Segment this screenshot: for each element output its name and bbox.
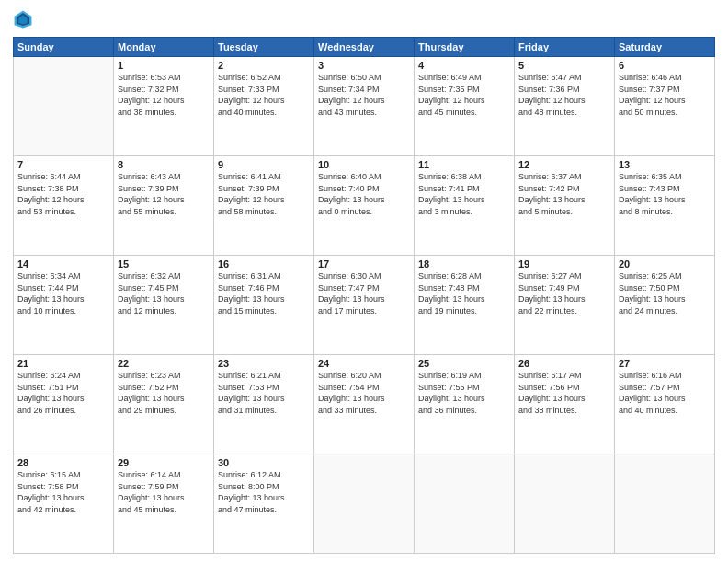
day-info: Sunrise: 6:50 AM Sunset: 7:34 PM Dayligh… (318, 72, 410, 118)
header (13, 9, 715, 29)
day-number: 16 (218, 259, 310, 270)
calendar-cell (415, 454, 515, 554)
logo (13, 9, 37, 29)
calendar-week-row: 7Sunrise: 6:44 AM Sunset: 7:38 PM Daylig… (14, 156, 715, 256)
day-number: 22 (118, 358, 210, 369)
day-number: 11 (418, 159, 510, 170)
day-info: Sunrise: 6:30 AM Sunset: 7:47 PM Dayligh… (318, 270, 410, 316)
day-info: Sunrise: 6:19 AM Sunset: 7:55 PM Dayligh… (418, 370, 510, 416)
day-info: Sunrise: 6:20 AM Sunset: 7:54 PM Dayligh… (318, 370, 410, 416)
calendar-cell: 8Sunrise: 6:43 AM Sunset: 7:39 PM Daylig… (114, 156, 214, 256)
day-info: Sunrise: 6:14 AM Sunset: 7:59 PM Dayligh… (118, 469, 210, 515)
calendar-cell (314, 454, 415, 554)
day-info: Sunrise: 6:43 AM Sunset: 7:39 PM Dayligh… (118, 171, 210, 217)
calendar-cell: 20Sunrise: 6:25 AM Sunset: 7:50 PM Dayli… (615, 256, 715, 355)
calendar-cell: 19Sunrise: 6:27 AM Sunset: 7:49 PM Dayli… (515, 256, 615, 355)
weekday-header: Friday (515, 38, 615, 57)
day-info: Sunrise: 6:25 AM Sunset: 7:50 PM Dayligh… (619, 270, 711, 316)
weekday-header: Monday (114, 38, 214, 57)
day-info: Sunrise: 6:49 AM Sunset: 7:35 PM Dayligh… (418, 72, 510, 118)
calendar-cell: 30Sunrise: 6:12 AM Sunset: 8:00 PM Dayli… (214, 454, 314, 554)
day-number: 29 (118, 457, 210, 468)
calendar-cell: 6Sunrise: 6:46 AM Sunset: 7:37 PM Daylig… (615, 57, 715, 156)
day-info: Sunrise: 6:40 AM Sunset: 7:40 PM Dayligh… (318, 171, 410, 217)
calendar-cell: 3Sunrise: 6:50 AM Sunset: 7:34 PM Daylig… (314, 57, 415, 156)
day-number: 9 (218, 159, 310, 170)
day-info: Sunrise: 6:46 AM Sunset: 7:37 PM Dayligh… (619, 72, 711, 118)
page: SundayMondayTuesdayWednesdayThursdayFrid… (0, 0, 728, 563)
calendar-cell (615, 454, 715, 554)
day-number: 24 (318, 358, 410, 369)
day-info: Sunrise: 6:23 AM Sunset: 7:52 PM Dayligh… (118, 370, 210, 416)
day-info: Sunrise: 6:44 AM Sunset: 7:38 PM Dayligh… (17, 171, 109, 217)
day-info: Sunrise: 6:35 AM Sunset: 7:43 PM Dayligh… (619, 171, 711, 217)
calendar-cell: 23Sunrise: 6:21 AM Sunset: 7:53 PM Dayli… (214, 355, 314, 454)
day-number: 21 (17, 358, 109, 369)
day-number: 20 (619, 259, 711, 270)
day-info: Sunrise: 6:24 AM Sunset: 7:51 PM Dayligh… (17, 370, 109, 416)
day-info: Sunrise: 6:52 AM Sunset: 7:33 PM Dayligh… (218, 72, 310, 118)
logo-icon (13, 9, 33, 29)
calendar-cell: 7Sunrise: 6:44 AM Sunset: 7:38 PM Daylig… (14, 156, 114, 256)
weekday-header: Tuesday (214, 38, 314, 57)
day-number: 17 (318, 259, 410, 270)
calendar-cell: 18Sunrise: 6:28 AM Sunset: 7:48 PM Dayli… (415, 256, 515, 355)
calendar-cell: 4Sunrise: 6:49 AM Sunset: 7:35 PM Daylig… (415, 57, 515, 156)
calendar-cell: 29Sunrise: 6:14 AM Sunset: 7:59 PM Dayli… (114, 454, 214, 554)
calendar-cell: 11Sunrise: 6:38 AM Sunset: 7:41 PM Dayli… (415, 156, 515, 256)
day-info: Sunrise: 6:31 AM Sunset: 7:46 PM Dayligh… (218, 270, 310, 316)
calendar-cell: 2Sunrise: 6:52 AM Sunset: 7:33 PM Daylig… (214, 57, 314, 156)
calendar-cell (515, 454, 615, 554)
day-number: 19 (518, 259, 610, 270)
day-info: Sunrise: 6:12 AM Sunset: 8:00 PM Dayligh… (218, 469, 310, 515)
day-number: 8 (118, 159, 210, 170)
calendar-week-row: 28Sunrise: 6:15 AM Sunset: 7:58 PM Dayli… (14, 454, 715, 554)
day-number: 10 (318, 159, 410, 170)
calendar-cell: 5Sunrise: 6:47 AM Sunset: 7:36 PM Daylig… (515, 57, 615, 156)
day-info: Sunrise: 6:41 AM Sunset: 7:39 PM Dayligh… (218, 171, 310, 217)
calendar-cell: 22Sunrise: 6:23 AM Sunset: 7:52 PM Dayli… (114, 355, 214, 454)
day-number: 6 (619, 60, 711, 71)
calendar-table: SundayMondayTuesdayWednesdayThursdayFrid… (13, 37, 715, 554)
calendar-week-row: 21Sunrise: 6:24 AM Sunset: 7:51 PM Dayli… (14, 355, 715, 454)
day-info: Sunrise: 6:17 AM Sunset: 7:56 PM Dayligh… (518, 370, 610, 416)
day-info: Sunrise: 6:38 AM Sunset: 7:41 PM Dayligh… (418, 171, 510, 217)
day-number: 12 (518, 159, 610, 170)
calendar-cell: 1Sunrise: 6:53 AM Sunset: 7:32 PM Daylig… (114, 57, 214, 156)
calendar-cell: 14Sunrise: 6:34 AM Sunset: 7:44 PM Dayli… (14, 256, 114, 355)
day-number: 23 (218, 358, 310, 369)
weekday-header: Saturday (615, 38, 715, 57)
weekday-header: Sunday (14, 38, 114, 57)
day-number: 25 (418, 358, 510, 369)
day-number: 7 (17, 159, 109, 170)
day-info: Sunrise: 6:27 AM Sunset: 7:49 PM Dayligh… (518, 270, 610, 316)
day-number: 13 (619, 159, 711, 170)
calendar-cell: 12Sunrise: 6:37 AM Sunset: 7:42 PM Dayli… (515, 156, 615, 256)
calendar-cell: 27Sunrise: 6:16 AM Sunset: 7:57 PM Dayli… (615, 355, 715, 454)
day-number: 3 (318, 60, 410, 71)
calendar-cell: 21Sunrise: 6:24 AM Sunset: 7:51 PM Dayli… (14, 355, 114, 454)
calendar-cell: 9Sunrise: 6:41 AM Sunset: 7:39 PM Daylig… (214, 156, 314, 256)
day-number: 27 (619, 358, 711, 369)
calendar-cell: 15Sunrise: 6:32 AM Sunset: 7:45 PM Dayli… (114, 256, 214, 355)
day-number: 4 (418, 60, 510, 71)
calendar-cell: 25Sunrise: 6:19 AM Sunset: 7:55 PM Dayli… (415, 355, 515, 454)
weekday-header: Thursday (415, 38, 515, 57)
calendar-cell (14, 57, 114, 156)
day-number: 28 (17, 457, 109, 468)
calendar-cell: 24Sunrise: 6:20 AM Sunset: 7:54 PM Dayli… (314, 355, 415, 454)
day-number: 2 (218, 60, 310, 71)
day-number: 26 (518, 358, 610, 369)
day-info: Sunrise: 6:15 AM Sunset: 7:58 PM Dayligh… (17, 469, 109, 515)
day-number: 15 (118, 259, 210, 270)
day-number: 30 (218, 457, 310, 468)
day-info: Sunrise: 6:28 AM Sunset: 7:48 PM Dayligh… (418, 270, 510, 316)
weekday-header: Wednesday (314, 38, 415, 57)
day-info: Sunrise: 6:47 AM Sunset: 7:36 PM Dayligh… (518, 72, 610, 118)
day-info: Sunrise: 6:53 AM Sunset: 7:32 PM Dayligh… (118, 72, 210, 118)
day-number: 1 (118, 60, 210, 71)
day-number: 18 (418, 259, 510, 270)
day-number: 14 (17, 259, 109, 270)
calendar-cell: 16Sunrise: 6:31 AM Sunset: 7:46 PM Dayli… (214, 256, 314, 355)
day-info: Sunrise: 6:21 AM Sunset: 7:53 PM Dayligh… (218, 370, 310, 416)
